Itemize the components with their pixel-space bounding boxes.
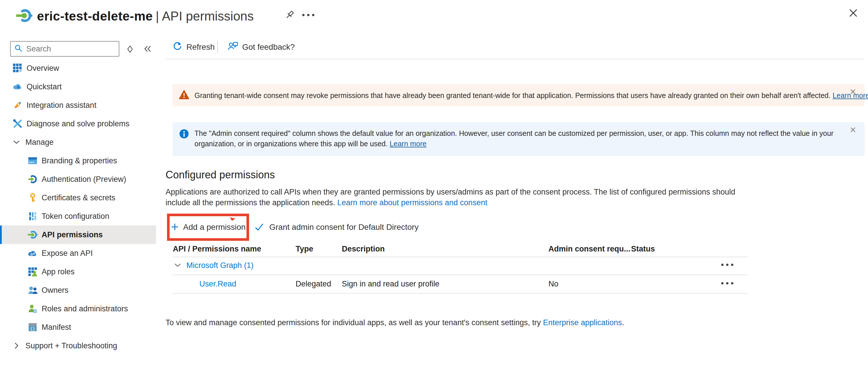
configured-permissions-description: Applications are authorized to call APIs… xyxy=(165,187,755,208)
toolbar-bottom-divider xyxy=(165,59,865,59)
sidebar-item-token-configuration[interactable]: Token configuration xyxy=(0,207,156,225)
sidebar-item-app-roles[interactable]: App roles xyxy=(0,263,156,281)
info-icon xyxy=(179,129,189,140)
pin-icon[interactable] xyxy=(284,9,295,22)
permission-description: Sign in and read user profile xyxy=(342,280,439,288)
warning-close-icon[interactable] xyxy=(849,88,857,96)
close-blade-icon[interactable] xyxy=(848,7,859,19)
sidebar-item-integration-assistant[interactable]: Integration assistant xyxy=(0,96,156,115)
check-icon xyxy=(254,222,264,233)
info-learn-more-link[interactable]: Learn more xyxy=(390,140,427,148)
column-description[interactable]: Description xyxy=(342,245,385,253)
info-banner: The "Admin consent required" column show… xyxy=(173,122,865,156)
more-options-icon[interactable] xyxy=(302,14,314,16)
owners-icon xyxy=(28,285,37,295)
grant-admin-consent-button[interactable]: Grant admin consent for Default Director… xyxy=(254,214,419,241)
search-input[interactable] xyxy=(26,44,115,54)
permission-user-read-link[interactable]: User.Read xyxy=(199,280,236,288)
svg-text:{}: {} xyxy=(30,327,35,331)
api-permissions-blade: eric-test-delete-me|API permissions xyxy=(0,0,868,370)
toolbar-divider xyxy=(217,41,218,53)
sidebar-item-manifest[interactable]: {} Manifest xyxy=(0,318,156,336)
app-roles-icon xyxy=(28,267,37,277)
blade-name: API permissions xyxy=(162,9,254,23)
sidebar-item-owners[interactable]: Owners xyxy=(0,281,156,300)
column-type[interactable]: Type xyxy=(296,245,313,253)
feedback-icon xyxy=(228,41,238,54)
overview-icon xyxy=(13,63,23,73)
manifest-icon: {} xyxy=(28,322,37,332)
app-name: eric-test-delete-me xyxy=(37,9,153,23)
red-annotation-artifact xyxy=(229,217,236,223)
table-divider xyxy=(173,275,748,275)
token-configuration-icon xyxy=(28,211,37,221)
footer-note: To view and manage consented permissions… xyxy=(165,318,624,327)
integration-assistant-icon xyxy=(13,100,23,110)
expose-api-icon xyxy=(28,248,37,258)
sidebar-item-branding[interactable]: Branding & properties xyxy=(0,151,156,170)
group-expander-chevron-icon[interactable] xyxy=(174,261,182,270)
refresh-label: Refresh xyxy=(186,42,215,52)
plus-icon xyxy=(170,223,179,232)
info-close-icon[interactable] xyxy=(849,126,857,134)
permissions-consent-link[interactable]: Learn more about permissions and consent xyxy=(337,198,487,207)
warning-icon xyxy=(179,90,189,101)
reorder-icon[interactable] xyxy=(125,44,135,55)
warning-banner: Granting tenant-wide consent may revoke … xyxy=(173,84,865,106)
header-ellipsis xyxy=(302,14,314,16)
sidebar-item-quickstart[interactable]: Quickstart xyxy=(0,78,156,96)
sidebar-search[interactable] xyxy=(10,41,119,57)
info-text: The "Admin consent required" column show… xyxy=(194,128,842,149)
table-divider xyxy=(173,293,748,294)
sidebar-group-support[interactable]: Support + Troubleshooting xyxy=(0,336,156,355)
api-permissions-app-icon xyxy=(16,7,32,25)
warning-text: Granting tenant-wide consent may revoke … xyxy=(194,90,868,101)
quickstart-icon xyxy=(13,82,23,92)
sidebar-item-authentication[interactable]: Authentication (Preview) xyxy=(0,170,156,188)
sidebar-item-overview[interactable]: Overview xyxy=(0,59,156,78)
api-permissions-icon xyxy=(28,230,37,240)
chevron-down-icon xyxy=(11,137,21,147)
sidebar-item-expose-api[interactable]: Expose an API xyxy=(0,244,156,263)
refresh-icon xyxy=(173,41,182,53)
feedback-label: Got feedback? xyxy=(242,42,295,52)
add-permission-button[interactable]: Add a permission xyxy=(170,223,246,232)
page-title: eric-test-delete-me|API permissions xyxy=(37,8,254,24)
microsoft-graph-link[interactable]: Microsoft Graph (1) xyxy=(186,261,254,270)
sidebar-group-manage[interactable]: Manage xyxy=(0,133,156,151)
sidebar-item-roles-administrators[interactable]: Roles and administrators xyxy=(0,300,156,318)
refresh-button[interactable]: Refresh xyxy=(173,41,215,53)
collapse-menu-icon[interactable] xyxy=(143,44,153,55)
feedback-button[interactable]: Got feedback? xyxy=(228,41,295,53)
enterprise-applications-link[interactable]: Enterprise applications xyxy=(543,318,622,327)
sidebar-item-certificates[interactable]: Certificates & secrets xyxy=(0,188,156,207)
add-permission-label: Add a permission xyxy=(183,223,246,232)
sidebar-nav: Overview Quickstart xyxy=(0,59,156,355)
chevron-right-icon xyxy=(11,341,21,351)
column-api-permissions-name[interactable]: API / Permissions name xyxy=(173,245,261,253)
add-permission-highlight: Add a permission xyxy=(167,214,249,241)
branding-icon xyxy=(28,156,37,166)
configured-permissions-heading: Configured permissions xyxy=(165,169,275,181)
sidebar-item-api-permissions[interactable]: API permissions xyxy=(0,225,156,244)
title-separator: | xyxy=(153,9,162,23)
certificates-icon xyxy=(28,193,37,203)
column-status[interactable]: Status xyxy=(631,245,655,253)
grant-admin-consent-label: Grant admin consent for Default Director… xyxy=(269,223,419,232)
sidebar-item-diagnose[interactable]: Diagnose and solve problems xyxy=(0,115,156,133)
permission-type: Delegated xyxy=(296,280,331,288)
permission-admin-consent: No xyxy=(549,280,559,288)
group-row-menu-icon[interactable] xyxy=(721,264,733,266)
diagnose-icon xyxy=(13,119,23,129)
permission-row-menu-icon[interactable] xyxy=(721,282,733,284)
authentication-icon xyxy=(28,174,37,184)
column-admin-consent[interactable]: Admin consent requ... xyxy=(549,245,630,253)
table-divider xyxy=(173,257,748,257)
search-icon xyxy=(14,44,23,54)
roles-administrators-icon xyxy=(28,304,37,314)
